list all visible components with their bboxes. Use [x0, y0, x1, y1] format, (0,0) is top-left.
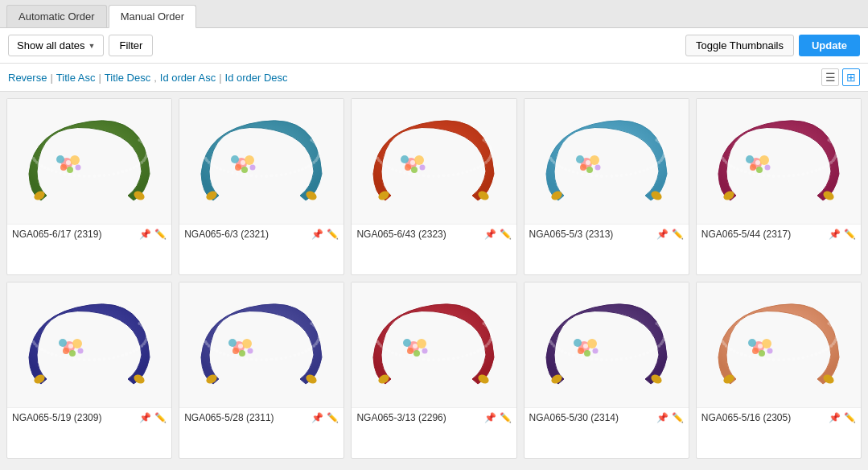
pin-icon[interactable]: 📌: [829, 412, 841, 423]
svg-point-289: [59, 339, 67, 347]
svg-point-459: [806, 355, 809, 358]
pin-icon[interactable]: 📌: [139, 229, 151, 240]
thumbnail-image[interactable]: [7, 99, 171, 224]
svg-point-191: [576, 155, 584, 163]
svg-point-170: [610, 174, 613, 177]
svg-point-208: [827, 163, 830, 166]
edit-icon[interactable]: ✏️: [327, 229, 339, 240]
svg-point-268: [93, 357, 96, 361]
update-button[interactable]: Update: [799, 35, 860, 56]
pin-icon[interactable]: 📌: [311, 412, 323, 423]
toggle-thumbnails-button[interactable]: Toggle Thumbnails: [685, 35, 794, 56]
svg-point-166: [629, 172, 632, 175]
thumbnail-image[interactable]: [697, 282, 861, 407]
svg-point-165: [634, 171, 637, 175]
svg-point-217: [792, 174, 795, 177]
svg-point-171: [605, 175, 608, 178]
svg-point-460: [801, 356, 804, 359]
pin-icon[interactable]: 📌: [829, 229, 841, 240]
grid-view-icon[interactable]: ⊞: [842, 68, 860, 86]
toolbar: Show all dates ▼ Filter Toggle Thumbnail…: [0, 28, 868, 64]
svg-point-124: [422, 174, 426, 177]
svg-point-257: [138, 346, 141, 349]
pin-icon[interactable]: 📌: [484, 229, 496, 240]
thumbnail-image[interactable]: [525, 282, 689, 407]
svg-point-213: [810, 170, 813, 173]
edit-icon[interactable]: ✏️: [672, 412, 684, 423]
svg-point-47: [76, 164, 81, 170]
thumbnail-image[interactable]: [525, 99, 689, 224]
svg-point-240: [746, 155, 754, 163]
thumbnail-image[interactable]: [697, 99, 861, 224]
thumbnail-image[interactable]: [352, 99, 516, 224]
svg-point-163: [642, 169, 645, 172]
sort-reverse[interactable]: Reverse: [8, 72, 47, 84]
svg-point-488: [767, 348, 772, 353]
item-title: NGA065-3/13 (2296): [356, 412, 483, 423]
svg-point-431: [549, 340, 552, 343]
svg-point-259: [132, 349, 135, 352]
pin-icon[interactable]: 📌: [139, 412, 151, 423]
thumbnail-image[interactable]: [352, 282, 516, 407]
item-title: NGA065-6/43 (2323): [356, 229, 483, 240]
filter-button[interactable]: Filter: [109, 35, 153, 56]
tabs-bar: Automatic Order Manual Order: [0, 0, 868, 28]
edit-icon[interactable]: ✏️: [500, 412, 512, 423]
edit-icon[interactable]: ✏️: [672, 229, 684, 240]
svg-point-63: [304, 166, 307, 169]
svg-point-292: [78, 348, 84, 353]
svg-point-421: [580, 356, 583, 359]
sort-id-asc[interactable]: Id order Asc: [160, 72, 216, 84]
pin-icon[interactable]: 📌: [484, 412, 496, 423]
svg-point-219: [782, 174, 785, 177]
list-view-icon[interactable]: ☰: [821, 68, 839, 86]
svg-point-123: [427, 174, 430, 177]
svg-point-78: [236, 172, 239, 175]
svg-point-376: [392, 351, 395, 354]
svg-point-193: [580, 164, 586, 171]
svg-point-79: [231, 171, 234, 175]
thumbnail-image[interactable]: [179, 282, 343, 407]
svg-point-243: [764, 164, 770, 170]
svg-point-161: [649, 166, 652, 169]
svg-point-416: [605, 358, 608, 361]
edit-icon[interactable]: ✏️: [154, 229, 167, 240]
svg-point-80: [227, 170, 230, 173]
svg-point-386: [417, 339, 426, 348]
svg-point-221: [772, 174, 775, 177]
svg-point-74: [255, 174, 258, 177]
edit-icon[interactable]: ✏️: [327, 412, 339, 423]
tab-manual[interactable]: Manual Order: [109, 5, 196, 28]
svg-point-22: [98, 174, 101, 177]
svg-point-226: [748, 171, 751, 175]
svg-point-220: [777, 175, 780, 178]
svg-point-371: [413, 357, 416, 360]
svg-point-322: [241, 357, 244, 360]
svg-point-288: [72, 339, 82, 348]
svg-point-64: [301, 167, 304, 171]
svg-point-132: [388, 166, 391, 169]
pin-icon[interactable]: 📌: [656, 412, 668, 423]
svg-point-463: [787, 357, 790, 361]
edit-icon[interactable]: ✏️: [500, 229, 512, 240]
edit-icon[interactable]: ✏️: [844, 229, 856, 240]
svg-point-261: [125, 352, 128, 356]
thumb-card: NGA065-5/44 (2317) 📌 ✏️: [696, 98, 862, 275]
thumbnail-image[interactable]: [7, 282, 171, 407]
sort-title-asc[interactable]: Title Asc: [56, 72, 96, 84]
svg-point-169: [615, 174, 618, 177]
tab-automatic[interactable]: Automatic Order: [6, 5, 107, 27]
svg-point-474: [736, 351, 739, 354]
thumbnail-image[interactable]: [179, 99, 343, 224]
svg-point-111: [479, 164, 483, 167]
sort-id-desc[interactable]: Id order Desc: [225, 72, 288, 84]
svg-point-215: [801, 172, 804, 175]
pin-icon[interactable]: 📌: [311, 229, 323, 240]
edit-icon[interactable]: ✏️: [154, 412, 167, 423]
edit-icon[interactable]: ✏️: [844, 412, 856, 423]
date-dropdown[interactable]: Show all dates ▼: [8, 35, 104, 56]
svg-point-387: [403, 339, 411, 347]
pin-icon[interactable]: 📌: [656, 229, 668, 240]
sort-title-desc[interactable]: Title Desc: [105, 72, 150, 84]
svg-point-192: [586, 167, 593, 173]
